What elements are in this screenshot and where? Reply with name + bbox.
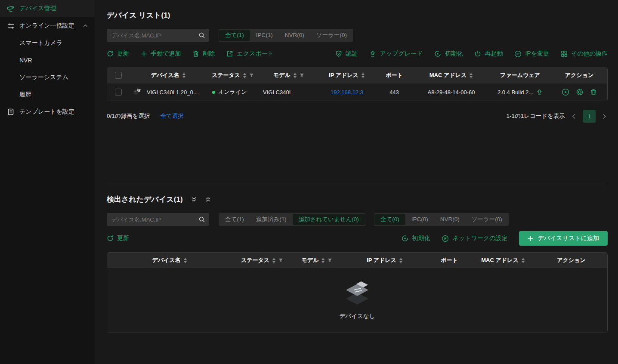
page-prev-icon[interactable]: [571, 114, 577, 119]
tab-all[interactable]: 全て(1): [219, 214, 250, 225]
sidebar-item-solar-system[interactable]: ソーラーシステム: [0, 69, 95, 86]
sort-icon[interactable]: [469, 73, 473, 78]
initialize-button[interactable]: 初期化: [434, 50, 463, 58]
empty-state: デバイスなし: [107, 268, 607, 333]
table-row: VIGI C340I 1.20_0... オンライン VIGI C340I 19…: [107, 83, 607, 101]
upgrade-button[interactable]: アップグレード: [369, 50, 423, 58]
add-manually-button[interactable]: 手動で追加: [141, 50, 181, 58]
search-icon[interactable]: [198, 32, 205, 40]
discovered-table-header: デバイス名 ステータス モデル IP アドレス ポート MAC アドレス アクシ…: [107, 253, 607, 268]
sidebar-item-history[interactable]: 履歴: [0, 86, 95, 103]
filter-icon[interactable]: [278, 258, 283, 263]
plus-icon: [141, 51, 147, 57]
tab-all[interactable]: 全て(1): [219, 30, 250, 41]
page-next-icon[interactable]: [601, 114, 608, 119]
status-online-dot: [212, 91, 215, 94]
selection-count-text: 0/1の録画を選択: [107, 112, 150, 120]
sidebar-item-online-batch-settings[interactable]: オンライン一括設定: [0, 17, 95, 34]
sidebar-item-device-management[interactable]: デバイス管理: [0, 0, 95, 17]
ip-icon: IP: [514, 50, 522, 58]
search-input[interactable]: [107, 29, 209, 42]
filter-icon[interactable]: [300, 73, 304, 78]
export-button[interactable]: エクスポート: [226, 50, 274, 58]
row-checkbox[interactable]: [115, 89, 122, 96]
svg-text:IP: IP: [444, 237, 447, 240]
search-icon[interactable]: [198, 216, 205, 224]
upgrade-icon: [369, 50, 376, 57]
sidebar-item-label: オンライン一括設定: [19, 22, 74, 30]
change-ip-button[interactable]: IP IPを変更: [514, 50, 549, 58]
discovered-table: デバイス名 ステータス モデル IP アドレス ポート MAC アドレス アクシ…: [107, 252, 608, 333]
sidebar-item-set-template[interactable]: テンプレートを設定: [0, 103, 95, 120]
page-number-button[interactable]: 1: [583, 110, 596, 123]
double-chevron-down-icon[interactable]: [191, 196, 197, 203]
tab-solar[interactable]: ソーラー(0): [466, 214, 508, 225]
sidebar-item-smart-camera[interactable]: スマートカメラ: [0, 34, 95, 52]
ip-icon: IP: [442, 235, 449, 242]
sidebar-item-label: デバイス管理: [19, 5, 56, 12]
empty-state-text: デバイスなし: [340, 312, 375, 320]
refresh-icon: [107, 50, 114, 57]
more-actions-button[interactable]: その他の操作: [561, 50, 608, 58]
record-range-text: 1-1の1レコードを表示: [506, 112, 565, 120]
sort-icon[interactable]: [293, 73, 297, 78]
device-model: VIGI C340I: [259, 89, 319, 96]
device-ip-link[interactable]: 192.168.12.3: [331, 89, 363, 96]
refresh-icon: [107, 235, 114, 242]
sort-icon[interactable]: [399, 258, 403, 263]
initialize-button[interactable]: 初期化: [402, 234, 430, 242]
init-icon: [402, 235, 408, 242]
network-settings-button[interactable]: IP ネットワークの設定: [442, 234, 507, 242]
reboot-button[interactable]: 再起動: [474, 50, 503, 58]
trash-icon: [192, 50, 199, 57]
tab-all[interactable]: 全て(0): [374, 214, 405, 225]
sort-icon[interactable]: [272, 258, 276, 263]
tab-solar[interactable]: ソーラー(0): [310, 30, 353, 41]
device-list-search: [107, 29, 209, 42]
device-name: VIGI C340I 1.20_0...: [147, 89, 198, 96]
filter-icon[interactable]: [249, 73, 254, 78]
tab-added[interactable]: 追加済み(1): [250, 214, 293, 225]
tab-nvr[interactable]: NVR(0): [279, 30, 310, 41]
sort-icon[interactable]: [321, 258, 325, 263]
sidebar-item-label: 履歴: [19, 91, 31, 99]
filter-icon[interactable]: [328, 258, 332, 263]
toolbar-right: 認証 アップグレード 初期化: [324, 50, 608, 58]
gear-icon[interactable]: [576, 88, 584, 96]
trash-icon[interactable]: [590, 89, 597, 96]
sidebar-item-label: NVR: [19, 57, 32, 64]
chevron-up-icon[interactable]: [83, 24, 88, 28]
tab-ipc[interactable]: IPC(1): [250, 30, 279, 41]
delete-button[interactable]: 削除: [192, 50, 215, 58]
device-thumbnail: [132, 87, 142, 97]
sort-icon[interactable]: [361, 73, 365, 78]
discovered-type-tabs: 全て(0) IPC(0) NVR(0) ソーラー(0): [374, 213, 509, 226]
firmware-upgrade-icon[interactable]: [536, 89, 543, 96]
tab-not-added[interactable]: 追加されていません(0): [293, 214, 365, 225]
sort-icon[interactable]: [183, 258, 187, 263]
verify-button[interactable]: 認証: [335, 50, 358, 58]
device-port: 443: [375, 89, 414, 96]
sidebar-item-nvr[interactable]: NVR: [0, 52, 95, 69]
sort-icon[interactable]: [521, 258, 525, 263]
refresh-button[interactable]: 更新: [107, 234, 129, 242]
grid-icon: [561, 50, 568, 57]
export-icon: [226, 50, 233, 57]
sort-icon[interactable]: [182, 73, 186, 78]
sliders-icon: [7, 22, 15, 30]
select-all-link[interactable]: 全て選択: [160, 112, 183, 120]
sort-icon[interactable]: [243, 73, 247, 78]
status-label: オンライン: [218, 88, 247, 96]
device-type-tabs: 全て(1) IPC(1) NVR(0) ソーラー(0): [219, 29, 353, 42]
power-icon: [474, 50, 481, 57]
play-icon[interactable]: [562, 88, 569, 96]
search-input[interactable]: [107, 213, 209, 226]
device-table-header: デバイス名 ステータス モデル IP アドレス ポート MAC アドレス ファー…: [107, 67, 607, 83]
add-to-device-list-button[interactable]: デバイスリストに追加: [519, 231, 608, 246]
tab-nvr[interactable]: NVR(0): [434, 214, 466, 225]
select-all-checkbox[interactable]: [115, 72, 122, 79]
double-chevron-up-icon[interactable]: [205, 196, 211, 203]
device-firmware: 2.0.4 Build 2...: [497, 89, 533, 96]
refresh-button[interactable]: 更新: [107, 50, 129, 58]
tab-ipc[interactable]: IPC(0): [405, 214, 434, 225]
